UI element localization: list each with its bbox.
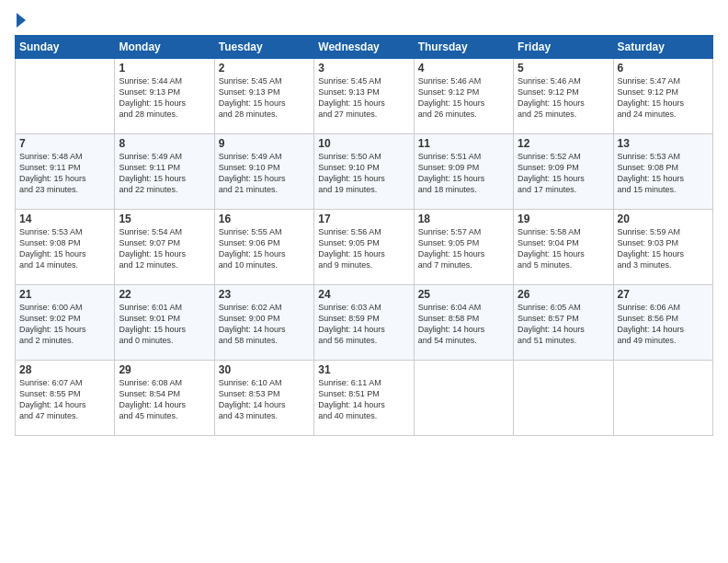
day-number: 19	[518, 213, 609, 225]
cell-info: Sunrise: 5:58 AMSunset: 9:04 PMDaylight:…	[518, 226, 609, 271]
calendar-day-header: Friday	[514, 36, 613, 59]
day-number: 15	[119, 213, 210, 225]
day-number: 4	[418, 62, 509, 75]
cell-info: Sunrise: 6:06 AMSunset: 8:56 PMDaylight:…	[618, 302, 709, 347]
day-number: 22	[119, 288, 210, 301]
cell-info: Sunrise: 5:45 AMSunset: 9:13 PMDaylight:…	[318, 75, 409, 121]
day-number: 13	[618, 137, 709, 150]
calendar-cell: 25Sunrise: 6:04 AMSunset: 8:58 PMDayligh…	[414, 285, 513, 361]
calendar-cell: 27Sunrise: 6:06 AMSunset: 8:56 PMDayligh…	[613, 285, 712, 361]
calendar-cell: 7Sunrise: 5:48 AMSunset: 9:11 PMDaylight…	[16, 134, 115, 210]
day-number: 11	[418, 137, 509, 150]
calendar-cell	[16, 59, 115, 134]
calendar-cell: 1Sunrise: 5:44 AMSunset: 9:13 PMDaylight…	[115, 59, 214, 134]
calendar-week-row: 7Sunrise: 5:48 AMSunset: 9:11 PMDaylight…	[16, 134, 713, 210]
calendar-day-header: Tuesday	[214, 36, 313, 59]
cell-info: Sunrise: 5:45 AMSunset: 9:13 PMDaylight:…	[219, 75, 310, 121]
calendar-cell: 5Sunrise: 5:46 AMSunset: 9:12 PMDaylight…	[514, 59, 613, 134]
calendar-cell: 13Sunrise: 5:53 AMSunset: 9:08 PMDayligh…	[613, 134, 712, 210]
day-number: 20	[618, 213, 709, 225]
cell-info: Sunrise: 5:59 AMSunset: 9:03 PMDaylight:…	[618, 226, 709, 271]
cell-info: Sunrise: 5:50 AMSunset: 9:10 PMDaylight:…	[318, 151, 409, 196]
calendar-table: SundayMondayTuesdayWednesdayThursdayFrid…	[15, 35, 713, 436]
calendar-header-row: SundayMondayTuesdayWednesdayThursdayFrid…	[16, 36, 713, 59]
calendar-cell: 12Sunrise: 5:52 AMSunset: 9:09 PMDayligh…	[514, 134, 613, 210]
cell-info: Sunrise: 6:08 AMSunset: 8:54 PMDaylight:…	[119, 377, 210, 422]
calendar-cell: 30Sunrise: 6:10 AMSunset: 8:53 PMDayligh…	[214, 361, 313, 436]
logo	[15, 11, 26, 28]
cell-info: Sunrise: 6:10 AMSunset: 8:53 PMDaylight:…	[219, 377, 310, 422]
calendar-week-row: 28Sunrise: 6:07 AMSunset: 8:55 PMDayligh…	[16, 361, 713, 436]
calendar-cell: 20Sunrise: 5:59 AMSunset: 9:03 PMDayligh…	[613, 210, 712, 285]
calendar-cell: 29Sunrise: 6:08 AMSunset: 8:54 PMDayligh…	[115, 361, 214, 436]
calendar-cell: 21Sunrise: 6:00 AMSunset: 9:02 PMDayligh…	[16, 285, 115, 361]
calendar-cell	[414, 361, 513, 436]
cell-info: Sunrise: 5:51 AMSunset: 9:09 PMDaylight:…	[418, 151, 509, 196]
calendar-week-row: 21Sunrise: 6:00 AMSunset: 9:02 PMDayligh…	[16, 285, 713, 361]
calendar-cell: 28Sunrise: 6:07 AMSunset: 8:55 PMDayligh…	[16, 361, 115, 436]
day-number: 7	[19, 137, 110, 150]
calendar-day-header: Sunday	[16, 36, 115, 59]
cell-info: Sunrise: 6:07 AMSunset: 8:55 PMDaylight:…	[19, 377, 110, 422]
calendar-cell: 6Sunrise: 5:47 AMSunset: 9:12 PMDaylight…	[613, 59, 712, 134]
cell-info: Sunrise: 6:11 AMSunset: 8:51 PMDaylight:…	[318, 377, 409, 422]
cell-info: Sunrise: 5:53 AMSunset: 9:08 PMDaylight:…	[19, 226, 110, 271]
cell-info: Sunrise: 5:49 AMSunset: 9:10 PMDaylight:…	[219, 151, 310, 196]
day-number: 10	[318, 137, 409, 150]
day-number: 16	[219, 213, 310, 225]
day-number: 23	[219, 288, 310, 301]
calendar-cell: 4Sunrise: 5:46 AMSunset: 9:12 PMDaylight…	[414, 59, 513, 134]
cell-info: Sunrise: 5:57 AMSunset: 9:05 PMDaylight:…	[418, 226, 509, 271]
cell-info: Sunrise: 5:46 AMSunset: 9:12 PMDaylight:…	[418, 75, 509, 121]
day-number: 18	[418, 213, 509, 225]
day-number: 26	[518, 288, 609, 301]
cell-info: Sunrise: 6:02 AMSunset: 9:00 PMDaylight:…	[219, 302, 310, 347]
calendar-cell: 24Sunrise: 6:03 AMSunset: 8:59 PMDayligh…	[314, 285, 414, 361]
calendar-cell: 16Sunrise: 5:55 AMSunset: 9:06 PMDayligh…	[214, 210, 313, 285]
calendar-cell: 8Sunrise: 5:49 AMSunset: 9:11 PMDaylight…	[115, 134, 214, 210]
calendar-cell: 17Sunrise: 5:56 AMSunset: 9:05 PMDayligh…	[314, 210, 414, 285]
day-number: 24	[318, 288, 409, 301]
calendar-cell: 14Sunrise: 5:53 AMSunset: 9:08 PMDayligh…	[16, 210, 115, 285]
calendar-cell: 31Sunrise: 6:11 AMSunset: 8:51 PMDayligh…	[314, 361, 414, 436]
calendar-day-header: Monday	[115, 36, 214, 59]
cell-info: Sunrise: 6:04 AMSunset: 8:58 PMDaylight:…	[418, 302, 509, 347]
day-number: 8	[119, 137, 210, 150]
cell-info: Sunrise: 5:48 AMSunset: 9:11 PMDaylight:…	[19, 151, 110, 196]
day-number: 12	[518, 137, 609, 150]
calendar-cell: 11Sunrise: 5:51 AMSunset: 9:09 PMDayligh…	[414, 134, 513, 210]
day-number: 2	[219, 62, 310, 75]
calendar-cell: 9Sunrise: 5:49 AMSunset: 9:10 PMDaylight…	[214, 134, 313, 210]
calendar-cell: 2Sunrise: 5:45 AMSunset: 9:13 PMDaylight…	[214, 59, 313, 134]
day-number: 1	[119, 62, 210, 75]
calendar-day-header: Saturday	[613, 36, 712, 59]
calendar-cell: 23Sunrise: 6:02 AMSunset: 9:00 PMDayligh…	[214, 285, 313, 361]
header	[15, 11, 713, 28]
cell-info: Sunrise: 5:53 AMSunset: 9:08 PMDaylight:…	[618, 151, 709, 196]
cell-info: Sunrise: 5:47 AMSunset: 9:12 PMDaylight:…	[618, 75, 709, 121]
cell-info: Sunrise: 6:01 AMSunset: 9:01 PMDaylight:…	[119, 302, 210, 347]
day-number: 14	[19, 213, 110, 225]
day-number: 3	[318, 62, 409, 75]
day-number: 17	[318, 213, 409, 225]
calendar-cell: 19Sunrise: 5:58 AMSunset: 9:04 PMDayligh…	[514, 210, 613, 285]
day-number: 21	[19, 288, 110, 301]
cell-info: Sunrise: 5:52 AMSunset: 9:09 PMDaylight:…	[518, 151, 609, 196]
cell-info: Sunrise: 5:46 AMSunset: 9:12 PMDaylight:…	[518, 75, 609, 121]
cell-info: Sunrise: 5:55 AMSunset: 9:06 PMDaylight:…	[219, 226, 310, 271]
calendar-cell: 3Sunrise: 5:45 AMSunset: 9:13 PMDaylight…	[314, 59, 414, 134]
calendar-week-row: 14Sunrise: 5:53 AMSunset: 9:08 PMDayligh…	[16, 210, 713, 285]
cell-info: Sunrise: 6:03 AMSunset: 8:59 PMDaylight:…	[318, 302, 409, 347]
calendar-cell: 15Sunrise: 5:54 AMSunset: 9:07 PMDayligh…	[115, 210, 214, 285]
day-number: 29	[119, 363, 210, 376]
calendar-cell: 18Sunrise: 5:57 AMSunset: 9:05 PMDayligh…	[414, 210, 513, 285]
calendar-cell: 22Sunrise: 6:01 AMSunset: 9:01 PMDayligh…	[115, 285, 214, 361]
calendar-cell	[514, 361, 613, 436]
cell-info: Sunrise: 5:49 AMSunset: 9:11 PMDaylight:…	[119, 151, 210, 196]
cell-info: Sunrise: 5:56 AMSunset: 9:05 PMDaylight:…	[318, 226, 409, 271]
day-number: 5	[518, 62, 609, 75]
day-number: 31	[318, 363, 409, 376]
calendar-day-header: Thursday	[414, 36, 513, 59]
day-number: 25	[418, 288, 509, 301]
calendar-day-header: Wednesday	[314, 36, 414, 59]
